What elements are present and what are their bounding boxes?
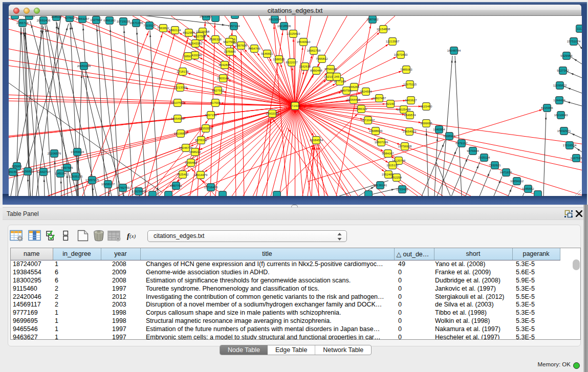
svg-text:20691406: 20691406 — [37, 19, 51, 22]
svg-text:252254: 252254 — [391, 176, 402, 179]
svg-text:12942737: 12942737 — [37, 170, 51, 173]
svg-text:15720407: 15720407 — [361, 119, 375, 122]
svg-text:18807249: 18807249 — [375, 141, 388, 144]
svg-text:15692971: 15692971 — [557, 129, 571, 133]
svg-text:16782759: 16782759 — [116, 186, 130, 189]
svg-text:1527602: 1527602 — [90, 18, 102, 21]
svg-text:1588520: 1588520 — [273, 58, 285, 61]
svg-text:20053346: 20053346 — [77, 64, 91, 68]
svg-text:9857791: 9857791 — [170, 184, 182, 187]
svg-text:12923448: 12923448 — [132, 190, 146, 193]
svg-text:9245652: 9245652 — [522, 187, 534, 190]
svg-text:3498222: 3498222 — [189, 150, 201, 154]
svg-text:7386322: 7386322 — [355, 107, 367, 111]
svg-text:3824554: 3824554 — [360, 90, 372, 93]
svg-text:19384554: 19384554 — [310, 139, 323, 142]
svg-text:10719155: 10719155 — [117, 20, 130, 23]
svg-text:4099489: 4099489 — [185, 161, 197, 164]
svg-text:1205572: 1205572 — [23, 16, 35, 17]
svg-text:10688609: 10688609 — [369, 129, 383, 133]
svg-text:19756928: 19756928 — [398, 145, 412, 148]
svg-text:15640910: 15640910 — [297, 40, 311, 43]
svg-text:10853267: 10853267 — [76, 17, 90, 20]
svg-text:16914479: 16914479 — [194, 173, 208, 177]
svg-text:1162615: 1162615 — [299, 65, 312, 68]
svg-text:10046736: 10046736 — [179, 146, 193, 149]
svg-text:19106827: 19106827 — [174, 132, 188, 135]
svg-text:1112: 1112 — [577, 27, 582, 30]
svg-text:9227342: 9227342 — [557, 69, 569, 72]
svg-text:16210643: 16210643 — [554, 114, 568, 117]
svg-text:10107553: 10107553 — [171, 101, 185, 104]
svg-text:10807487: 10807487 — [373, 97, 386, 100]
svg-text:9242848: 9242848 — [219, 63, 231, 67]
svg-text:7625402: 7625402 — [177, 173, 189, 176]
svg-text:8813054: 8813054 — [269, 18, 281, 21]
svg-text:12213369: 12213369 — [173, 86, 187, 89]
svg-text:1145194: 1145194 — [55, 172, 67, 175]
svg-text:10958107: 10958107 — [101, 183, 115, 186]
svg-text:2055724: 2055724 — [16, 21, 29, 25]
svg-text:8215956: 8215956 — [541, 106, 553, 110]
svg-text:1156829: 1156829 — [22, 170, 34, 173]
svg-text:9997585: 9997585 — [61, 166, 73, 169]
svg-text:8878332: 8878332 — [195, 139, 207, 142]
svg-text:2367608: 2367608 — [235, 44, 247, 47]
svg-text:10973493: 10973493 — [394, 53, 408, 56]
svg-text:9890: 9890 — [184, 55, 191, 58]
svg-text:9527506: 9527506 — [194, 35, 206, 38]
svg-text:8912954: 8912954 — [183, 31, 195, 34]
svg-text:12213967: 12213967 — [386, 40, 400, 43]
svg-text:1640954: 1640954 — [433, 128, 445, 131]
svg-text:9860124: 9860124 — [169, 29, 181, 32]
svg-text:7485063: 7485063 — [400, 68, 412, 71]
svg-text:15902033: 15902033 — [266, 112, 279, 115]
svg-text:245: 245 — [334, 75, 340, 78]
svg-text:6479197: 6479197 — [455, 142, 468, 145]
svg-text:12095822: 12095822 — [553, 84, 567, 87]
svg-text:2718176: 2718176 — [177, 70, 189, 73]
svg-text:3267150: 3267150 — [205, 114, 217, 117]
svg-text:835061: 835061 — [12, 165, 23, 168]
svg-text:14136141: 14136141 — [374, 184, 387, 187]
svg-text:12353594: 12353594 — [199, 127, 213, 130]
svg-text:62160: 62160 — [386, 102, 395, 105]
svg-text:16961758: 16961758 — [307, 49, 321, 52]
svg-text:8427552: 8427552 — [212, 89, 224, 92]
svg-text:(x): (x) — [129, 233, 136, 239]
svg-text:7955812: 7955812 — [316, 57, 328, 60]
svg-text:172400: 172400 — [290, 104, 300, 107]
svg-text:8454749: 8454749 — [248, 47, 260, 50]
svg-text:16648784: 16648784 — [447, 49, 461, 52]
svg-text:9474444: 9474444 — [467, 149, 479, 152]
svg-text:2087682: 2087682 — [366, 18, 379, 21]
svg-text:10654112: 10654112 — [510, 180, 524, 183]
svg-text:17016504: 17016504 — [563, 144, 577, 147]
svg-text:19654923: 19654923 — [403, 130, 417, 133]
svg-text:108533: 108533 — [51, 16, 62, 18]
svg-text:9084067: 9084067 — [382, 152, 394, 155]
svg-text:9463627: 9463627 — [405, 99, 417, 102]
svg-text:917006: 917006 — [210, 101, 221, 104]
svg-text:9146821: 9146821 — [261, 52, 273, 55]
svg-text:19218506: 19218506 — [277, 25, 291, 28]
svg-text:6466160: 6466160 — [103, 19, 116, 22]
svg-text:1549574: 1549574 — [404, 114, 416, 117]
svg-text:1615132: 1615132 — [386, 164, 399, 167]
svg-text:746266: 746266 — [349, 85, 360, 89]
svg-text:17957225: 17957225 — [85, 179, 99, 182]
svg-text:16033809: 16033809 — [200, 16, 213, 18]
svg-text:7357224: 7357224 — [228, 25, 240, 28]
svg-text:9115460: 9115460 — [421, 105, 433, 108]
svg-text:20206576: 20206576 — [48, 152, 61, 155]
svg-text:20364436: 20364436 — [347, 98, 361, 101]
svg-text:127602: 127602 — [64, 16, 75, 19]
svg-text:7632621: 7632621 — [489, 164, 501, 167]
svg-text:6794028: 6794028 — [324, 68, 337, 71]
svg-text:8990448: 8990448 — [310, 69, 322, 72]
svg-text:15751074: 15751074 — [567, 40, 581, 43]
svg-text:8186328: 8186328 — [209, 38, 222, 41]
svg-text:8471676: 8471676 — [500, 171, 512, 174]
svg-text:5938923: 5938923 — [443, 135, 455, 138]
svg-text:12505135: 12505135 — [69, 175, 83, 178]
